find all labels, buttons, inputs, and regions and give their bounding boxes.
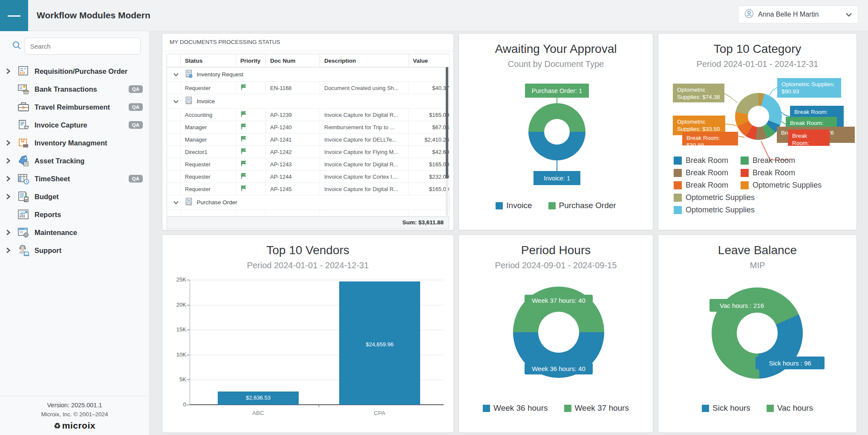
cell-priority: [236, 158, 266, 171]
briefcase-icon: [16, 101, 31, 113]
qa-badge: QA: [129, 85, 143, 93]
qa-badge: QA: [129, 103, 143, 111]
collapse-chevron-icon[interactable]: [167, 94, 181, 109]
group-name: Invoice: [197, 98, 215, 104]
sidebar-item-label: Requisition/Purchase Order: [35, 67, 127, 75]
column-header-value[interactable]: Value: [409, 54, 450, 67]
inventory-request-doc-icon: [185, 70, 193, 79]
green-flag-icon: [240, 148, 247, 154]
legend-item-break-room: Break Room: [674, 181, 741, 190]
green-flag-icon: [240, 162, 247, 168]
cell-description: Invoice Capture for Digital R...: [320, 158, 409, 171]
sidebar-item-inventory-managment[interactable]: Inventory Managment: [0, 134, 149, 152]
sidebar: Requisition/Purchase OrderBank Transacti…: [0, 31, 150, 435]
legend-item-week-37-hours: Week 37 hours: [564, 403, 629, 413]
cell-priority: [236, 121, 266, 133]
legend-item-optometric-supplies: Optometric Supplies: [674, 206, 755, 215]
legend-swatch: [674, 169, 682, 177]
category-callout: OptometricSupplies: $74.38: [673, 84, 724, 102]
cell-status: Requester: [181, 82, 236, 94]
callout-connector-line: [725, 124, 737, 126]
group-name: Purchase Order: [197, 199, 237, 206]
approval-donut-chart[interactable]: [528, 103, 585, 160]
y-axis-tick: [187, 405, 190, 405]
sidebar-item-requisition-purchase-order[interactable]: Requisition/Purchase Order: [0, 62, 149, 80]
group-row-invoice[interactable]: Invoice: [167, 94, 450, 109]
legend-item-sick-hours: Sick hours: [702, 403, 750, 413]
cell-value: $232.00: [409, 171, 450, 183]
legend-swatch: [674, 181, 682, 189]
table-row[interactable]: Director1AP-1242Invoice Capture for Flyi…: [167, 146, 450, 158]
legend-swatch: [674, 206, 682, 214]
sidebar-item-timesheet[interactable]: TimeSheetQA: [0, 170, 149, 188]
bar-abc[interactable]: $2,636.53: [218, 392, 299, 405]
vendors-bar-chart[interactable]: 25K20K15K10K5K0$2,636.53ABC$24,659.96CPA: [190, 280, 444, 405]
column-header-description[interactable]: Description: [320, 54, 409, 67]
reports-icon: [16, 208, 31, 221]
inventory-icon: [16, 136, 31, 149]
cell-priority: [236, 109, 266, 121]
table-row[interactable]: ManagerAP-1240Reimbursement for Trip to …: [167, 121, 450, 133]
table-row[interactable]: RequesterAP-1245Invoice Capture for Digi…: [167, 183, 450, 195]
table-row[interactable]: RequesterAP-1243Invoice Capture for Digi…: [167, 158, 450, 171]
x-axis-category-label: CPA: [354, 410, 405, 416]
group-row-purchase-order[interactable]: Purchase Order: [167, 195, 450, 210]
bar-value-label: $2,636.53: [218, 394, 299, 401]
chevron-right-icon: [5, 68, 14, 75]
green-flag-icon: [240, 174, 247, 180]
copyright-text: Microix, Inc. © 2001–2024: [0, 411, 149, 418]
user-avatar-icon: [744, 9, 754, 20]
sidebar-item-bank-transactions[interactable]: Bank TransactionsQA: [0, 80, 149, 98]
legend-item-break-room: Break Room: [741, 168, 807, 177]
search-input[interactable]: [25, 38, 141, 55]
sidebar-item-invoice-capture[interactable]: Invoice CaptureQA: [0, 116, 149, 134]
cell-doc-num: AP-1245: [266, 183, 320, 195]
table-row[interactable]: ManagerAP-1241Invoice Capture for DELLTe…: [167, 133, 450, 146]
column-header-doc-num[interactable]: Doc Num: [266, 54, 320, 67]
cell-value: $165.00: [409, 183, 450, 195]
panel-subtitle: Period 2024-01-01 - 2024-12-31: [162, 261, 453, 270]
chevron-right-icon: [5, 157, 14, 164]
y-axis-label: 0: [168, 401, 186, 408]
cell-status: Accounting: [181, 109, 236, 121]
week37-label: Week 37 hours: 40: [525, 295, 593, 306]
collapse-chevron-icon[interactable]: [167, 67, 181, 82]
y-axis-tick: [187, 305, 190, 305]
search-icon: [12, 41, 25, 52]
callout-connector-line: [557, 98, 557, 104]
table-header-row: StatusPriorityDoc NumDescriptionValue: [167, 54, 450, 67]
y-axis-label: 20K: [168, 302, 186, 308]
scrollbar-thumb[interactable]: [446, 67, 448, 179]
legend-item-optometric-supplies: Optometric Supplies: [674, 193, 755, 202]
column-header-priority[interactable]: Priority: [236, 54, 266, 67]
menu-button[interactable]: [0, 0, 28, 32]
sidebar-item-budget[interactable]: Budget: [0, 188, 149, 206]
table-row[interactable]: RequesterEN-1168Document Created using S…: [167, 82, 450, 94]
bar-cpa[interactable]: $24,659.96: [339, 281, 420, 405]
purchase-order-doc-icon: [185, 197, 193, 207]
cell-doc-num: AP-1243: [266, 158, 320, 171]
column-header-status[interactable]: Status: [181, 54, 236, 67]
table-row[interactable]: RequesterAP-1244Invoice Capture for Cort…: [167, 171, 450, 183]
panel-title: Top 10 Vendors: [162, 244, 453, 257]
table-scrollbar: [446, 67, 448, 216]
x-axis-category-label: ABC: [233, 410, 284, 416]
table-row[interactable]: AccountingAP-1239Invoice Capture for Dig…: [167, 109, 450, 121]
sidebar-item-reports[interactable]: Reports: [0, 206, 149, 223]
chevron-right-icon: [5, 139, 14, 146]
cell-status: Requester: [181, 158, 236, 171]
cell-priority: [236, 146, 266, 158]
group-row-inventory-request[interactable]: Inventory Request: [167, 67, 450, 82]
sidebar-item-asset-tracking[interactable]: Asset Tracking: [0, 152, 149, 170]
sidebar-item-maintenance[interactable]: Maintenance: [0, 223, 149, 241]
legend-swatch: [741, 181, 749, 189]
app-title: Workflow Modules Modern: [37, 10, 150, 20]
invoice-doc-icon: [185, 96, 193, 106]
sidebar-item-travel-reimbursement[interactable]: Travel ReimbursementQA: [0, 98, 149, 116]
category-donut-chart[interactable]: [735, 93, 782, 140]
sidebar-item-support[interactable]: Support: [0, 241, 149, 259]
collapse-chevron-icon[interactable]: [167, 195, 181, 210]
user-menu[interactable]: Anna Belle H Martin: [738, 6, 858, 23]
microix-logo-icon: ♻: [54, 422, 61, 430]
cell-status: Requester: [181, 183, 236, 195]
